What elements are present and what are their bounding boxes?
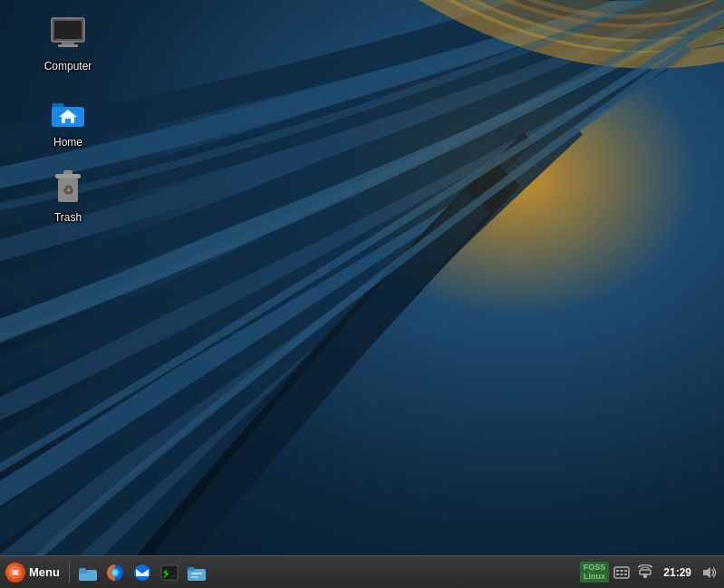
svg-rect-29 — [621, 570, 623, 572]
foss-linux-badge: FOSS Linux — [580, 562, 610, 583]
taskbar-divider-1 — [69, 562, 70, 583]
svg-point-19 — [112, 570, 118, 575]
home-icon-image — [46, 89, 90, 132]
svg-rect-32 — [621, 574, 623, 575]
clock-area[interactable]: 21:29 — [658, 567, 697, 578]
svg-rect-4 — [58, 44, 78, 47]
svg-rect-24 — [188, 567, 195, 571]
tray-keyboard-button[interactable] — [611, 562, 632, 583]
menu-label: Menu — [29, 565, 60, 579]
taskbar-terminal-button[interactable]: $ _ — [157, 560, 182, 585]
taskbar-thunderbird-button[interactable] — [130, 560, 155, 585]
svg-rect-16 — [79, 568, 86, 572]
svg-rect-30 — [624, 570, 627, 572]
taskbar: Menu — [0, 555, 724, 588]
taskbar-firefox-button[interactable] — [102, 560, 128, 585]
svg-text:♻: ♻ — [63, 183, 74, 198]
computer-icon-image — [46, 13, 90, 56]
trash-icon-image: ♻ — [46, 164, 90, 207]
menu-orb-icon — [5, 563, 25, 583]
svg-rect-2 — [54, 21, 82, 39]
svg-rect-35 — [640, 570, 651, 574]
clock-time: 21:29 — [663, 567, 691, 578]
computer-icon-label: Computer — [44, 60, 92, 74]
taskbar-files-button[interactable] — [75, 560, 101, 585]
desktop-icons: Computer Home — [32, 9, 104, 229]
svg-rect-28 — [616, 570, 619, 572]
svg-rect-33 — [624, 574, 627, 575]
wallpaper — [0, 0, 724, 588]
tray-network-button[interactable] — [634, 562, 656, 583]
desktop-icon-home[interactable]: Home — [32, 85, 104, 154]
svg-rect-3 — [62, 42, 74, 44]
system-tray: FOSS Linux — [580, 562, 724, 583]
desktop-icon-trash[interactable]: ♻ Trash — [32, 160, 104, 229]
svg-rect-31 — [616, 574, 619, 575]
linux-label: Linux — [584, 573, 606, 582]
quick-launch-icons: $ _ — [72, 560, 213, 585]
desktop: Computer Home — [0, 0, 724, 588]
menu-button[interactable]: Menu — [0, 556, 67, 588]
taskbar-filemanager-button[interactable] — [184, 560, 209, 585]
tray-volume-button[interactable] — [699, 562, 720, 583]
desktop-icon-computer[interactable]: Computer — [32, 9, 104, 78]
svg-rect-25 — [191, 573, 202, 574]
trash-icon-label: Trash — [54, 211, 82, 226]
svg-rect-10 — [55, 174, 81, 178]
svg-marker-36 — [703, 567, 710, 578]
home-icon-label: Home — [53, 136, 82, 150]
svg-rect-26 — [191, 576, 198, 578]
svg-rect-27 — [614, 567, 629, 578]
